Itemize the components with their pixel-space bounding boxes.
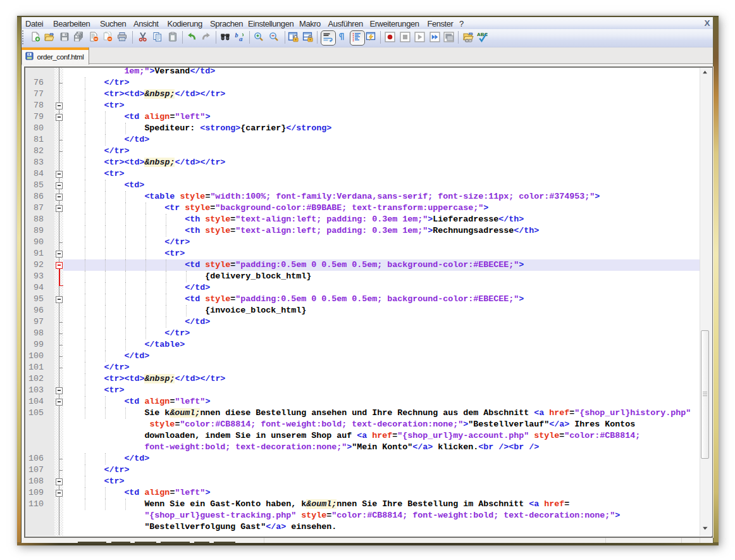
svg-text:a: a [239,35,243,42]
svg-text:b: b [235,32,238,39]
